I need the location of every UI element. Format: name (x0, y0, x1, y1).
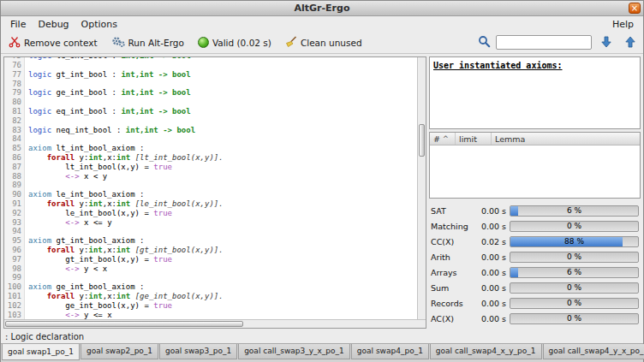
stat-time: 0.00 s (472, 206, 506, 216)
line-text: <-> y <= x (25, 311, 112, 319)
line-text: <-> x < y (25, 172, 107, 181)
line-text (25, 227, 28, 236)
code-line[interactable]: 97 gt_int_bool(x,y) = true (4, 255, 417, 264)
code-line[interactable]: 90axiom le_int_bool_axiom : (4, 190, 417, 199)
code-line[interactable]: 77logic gt_int_bool : int,int -> bool (4, 70, 417, 80)
line-text: forall y:int,x:int [ge_int_bool(x,y)]. (25, 292, 224, 301)
scissors-icon (9, 36, 21, 50)
horizontal-scrollbar-thumb[interactable] (5, 321, 243, 327)
stat-percent-label: 6 % (510, 268, 638, 277)
goal-tab[interactable]: goal swap2_po_1 (80, 344, 158, 359)
vertical-scrollbar[interactable] (417, 57, 426, 319)
stat-progressbar: 0 % (510, 313, 639, 324)
line-text (25, 273, 28, 282)
code-line[interactable]: 78 (4, 80, 417, 89)
code-line[interactable]: 99 (4, 273, 417, 282)
code-line[interactable]: 96 forall y:int,x:int [gt_int_bool(x,y)]… (4, 246, 417, 255)
code-line[interactable]: 103 <-> y <= x (4, 311, 417, 319)
line-text: axiom le_int_bool_axiom : (25, 190, 144, 199)
code-line[interactable]: 98 <-> y < x (4, 264, 417, 274)
stat-percent-label: 0 % (510, 283, 638, 293)
stat-percent-label: 6 % (510, 206, 638, 216)
column-number-label: # (433, 134, 440, 144)
code-line[interactable]: 76 (4, 61, 417, 70)
menu-options[interactable]: Options (75, 18, 123, 31)
line-text: axiom lt_int_bool_axiom : (25, 144, 144, 153)
line-number: 89 (4, 181, 25, 190)
code-line[interactable]: 83logic neq_int_bool : int,int -> bool (4, 126, 417, 135)
menubar: FileDebugOptions Help (1, 16, 643, 32)
code-line[interactable]: 95axiom gt_int_bool_axiom : (4, 236, 417, 246)
right-panel: User instantiated axioms: # ^ limit Lemm… (429, 56, 641, 329)
app-window: AltGr-Ergo × FileDebugOptions Help Remov… (0, 0, 644, 362)
goal-tab[interactable]: goal call_swap3_y_x_po_1 (238, 344, 350, 359)
code-line[interactable]: 85axiom lt_int_bool_axiom : (4, 144, 417, 153)
search-icon (478, 35, 491, 50)
line-text: <-> x <= y (25, 218, 112, 228)
vertical-scrollbar-thumb[interactable] (419, 124, 425, 157)
code-line[interactable]: 86 forall y:int,x:int [lt_int_bool(x,y)]… (4, 153, 417, 163)
goal-tab[interactable]: goal call_swap4_x_y_po_1 (430, 344, 542, 359)
code-line[interactable]: 92 le_int_bool(x,y) = true (4, 209, 417, 218)
code-line[interactable]: 93 <-> x <= y (4, 218, 417, 228)
goal-tab[interactable]: goal swap1_po_1 (2, 344, 80, 360)
find-previous-button[interactable] (621, 34, 640, 51)
line-number: 78 (4, 80, 25, 89)
close-button[interactable]: × (629, 3, 641, 14)
solver-statistics: SAT0.00 s6 %Matching0.00 s0 %CC(X)0.02 s… (429, 203, 641, 326)
code-line[interactable]: 84 (4, 134, 417, 144)
menu-file[interactable]: File (4, 18, 32, 31)
code-line[interactable]: 101 forall y:int,x:int [ge_int_bool(x,y)… (4, 292, 417, 301)
column-header-lemma[interactable]: Lemma (492, 133, 640, 145)
line-text: lt_int_bool(x,y) = true (25, 163, 172, 172)
run-alt-ergo-button[interactable]: Run Alt-Ergo (107, 34, 188, 51)
lemma-list[interactable] (430, 145, 640, 198)
code-line[interactable]: 87 lt_int_bool(x,y) = true (4, 163, 417, 172)
line-text: logic eq_int_bool : int,int -> bool (25, 107, 191, 116)
goal-tab[interactable]: goal swap4_po_1 (351, 344, 429, 359)
code-line[interactable]: 79logic ge_int_bool : int,int -> bool (4, 88, 417, 98)
brush-icon (285, 36, 297, 50)
code-line[interactable]: 94 (4, 227, 417, 236)
line-number: 87 (4, 163, 25, 172)
goal-tab[interactable]: goal call_swap4_y_x_po_1 (543, 344, 644, 359)
stat-time: 0.00 s (472, 268, 506, 277)
menu-debug[interactable]: Debug (32, 18, 75, 31)
search-input[interactable] (496, 35, 592, 50)
window-title: AltGr-Ergo (295, 3, 350, 14)
source-editor[interactable]: 75logic le_int_bool : int,int -> bool767… (3, 56, 426, 329)
code-line[interactable]: 81logic eq_int_bool : int,int -> bool (4, 107, 417, 116)
code-line[interactable]: 102 ge_int_bool(x,y) = true (4, 301, 417, 311)
line-number: 77 (4, 70, 25, 80)
find-next-button[interactable] (597, 34, 616, 51)
stat-label: SAT (431, 206, 468, 216)
line-text: axiom ge_int_bool_axiom : (25, 282, 144, 292)
goal-tab[interactable]: goal swap3_po_1 (159, 344, 237, 359)
code-line[interactable]: 80 (4, 98, 417, 107)
clean-unused-label: Clean unused (301, 38, 362, 48)
line-number: 90 (4, 190, 25, 199)
horizontal-scrollbar[interactable] (4, 319, 426, 328)
code-line[interactable]: 88 <-> x < y (4, 172, 417, 181)
instantiated-axioms-panel[interactable]: User instantiated axioms: (429, 56, 641, 129)
code-lines[interactable]: 75logic le_int_bool : int,int -> bool767… (4, 57, 417, 319)
column-header-number[interactable]: # ^ (430, 133, 456, 145)
line-number: 93 (4, 218, 25, 228)
line-number: 101 (4, 292, 25, 301)
titlebar[interactable]: AltGr-Ergo × (1, 1, 643, 16)
statusbar: : Logic declaration (1, 331, 643, 343)
clean-unused-button[interactable]: Clean unused (281, 34, 367, 51)
column-header-limit[interactable]: limit (456, 133, 492, 145)
line-number: 82 (4, 116, 25, 126)
code-line[interactable]: 91 forall y:int,x:int [le_int_bool(x,y)]… (4, 199, 417, 209)
line-number: 98 (4, 264, 25, 274)
menu-help[interactable]: Help (606, 18, 640, 31)
remove-context-button[interactable]: Remove context (4, 34, 102, 51)
code-line[interactable]: 100axiom ge_int_bool_axiom : (4, 282, 417, 292)
code-line[interactable]: 89 (4, 181, 417, 190)
code-line[interactable]: 82 (4, 116, 417, 126)
line-text: logic neq_int_bool : int,int -> bool (25, 126, 195, 135)
close-icon: × (631, 3, 638, 13)
line-text: le_int_bool(x,y) = true (25, 209, 172, 218)
stat-label: Records (431, 299, 468, 308)
